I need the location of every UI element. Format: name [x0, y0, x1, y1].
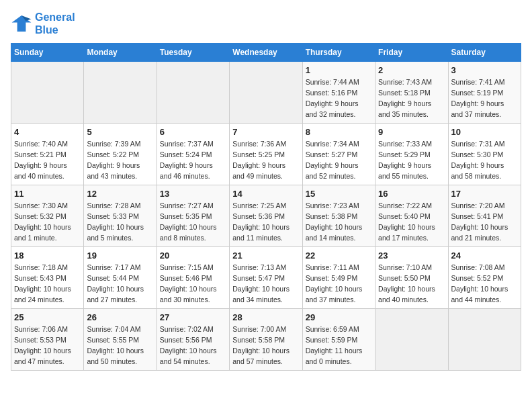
day-number: 4 [14, 127, 81, 137]
day-number: 3 [451, 65, 518, 75]
day-info: Sunrise: 7:33 AM Sunset: 5:29 PM Dayligh… [378, 139, 445, 181]
calendar-cell: 8Sunrise: 7:34 AM Sunset: 5:27 PM Daylig… [302, 124, 375, 185]
calendar-week-row: 25Sunrise: 7:06 AM Sunset: 5:53 PM Dayli… [11, 309, 521, 371]
calendar-cell [157, 62, 229, 124]
calendar-week-row: 18Sunrise: 7:18 AM Sunset: 5:43 PM Dayli… [11, 247, 521, 309]
day-number: 18 [14, 250, 81, 261]
day-number: 5 [87, 127, 153, 137]
calendar-cell [11, 62, 84, 124]
weekday-header-wednesday: Wednesday [230, 44, 302, 62]
day-number: 21 [232, 250, 299, 261]
day-number: 19 [87, 250, 153, 261]
day-number: 7 [232, 127, 299, 137]
day-number: 22 [306, 250, 372, 261]
day-number: 8 [306, 127, 372, 137]
day-info: Sunrise: 7:20 AM Sunset: 5:41 PM Dayligh… [451, 201, 518, 243]
day-info: Sunrise: 7:00 AM Sunset: 5:58 PM Dayligh… [232, 324, 299, 367]
day-number: 14 [232, 189, 299, 199]
page-header: General Blue [11, 11, 521, 36]
day-info: Sunrise: 7:36 AM Sunset: 5:25 PM Dayligh… [232, 139, 299, 181]
day-info: Sunrise: 7:43 AM Sunset: 5:18 PM Dayligh… [378, 77, 445, 120]
calendar-cell: 5Sunrise: 7:39 AM Sunset: 5:22 PM Daylig… [84, 124, 157, 185]
calendar-cell: 21Sunrise: 7:13 AM Sunset: 5:47 PM Dayli… [230, 247, 302, 309]
calendar-cell: 18Sunrise: 7:18 AM Sunset: 5:43 PM Dayli… [11, 247, 84, 309]
calendar-cell: 10Sunrise: 7:31 AM Sunset: 5:30 PM Dayli… [448, 124, 521, 185]
day-info: Sunrise: 7:28 AM Sunset: 5:33 PM Dayligh… [87, 201, 153, 243]
day-number: 1 [306, 65, 372, 75]
day-info: Sunrise: 7:30 AM Sunset: 5:32 PM Dayligh… [14, 201, 81, 243]
calendar-cell: 20Sunrise: 7:15 AM Sunset: 5:46 PM Dayli… [157, 247, 229, 309]
day-number: 29 [306, 312, 372, 322]
calendar-cell [448, 309, 521, 371]
day-info: Sunrise: 7:08 AM Sunset: 5:52 PM Dayligh… [451, 263, 518, 305]
calendar-cell: 4Sunrise: 7:40 AM Sunset: 5:21 PM Daylig… [11, 124, 84, 185]
calendar-week-row: 1Sunrise: 7:44 AM Sunset: 5:16 PM Daylig… [11, 62, 521, 124]
day-info: Sunrise: 7:39 AM Sunset: 5:22 PM Dayligh… [87, 139, 153, 181]
weekday-header-tuesday: Tuesday [157, 44, 229, 62]
calendar-cell [230, 62, 302, 124]
day-number: 12 [87, 189, 153, 199]
day-info: Sunrise: 7:22 AM Sunset: 5:40 PM Dayligh… [378, 201, 445, 243]
day-info: Sunrise: 7:06 AM Sunset: 5:53 PM Dayligh… [14, 324, 81, 367]
day-info: Sunrise: 7:27 AM Sunset: 5:35 PM Dayligh… [160, 201, 226, 243]
calendar-cell: 2Sunrise: 7:43 AM Sunset: 5:18 PM Daylig… [375, 62, 448, 124]
logo-bird-icon [11, 13, 32, 34]
calendar-cell: 22Sunrise: 7:11 AM Sunset: 5:49 PM Dayli… [302, 247, 375, 309]
day-info: Sunrise: 7:18 AM Sunset: 5:43 PM Dayligh… [14, 263, 81, 305]
day-number: 6 [160, 127, 226, 137]
day-number: 16 [378, 189, 445, 199]
calendar-cell: 24Sunrise: 7:08 AM Sunset: 5:52 PM Dayli… [448, 247, 521, 309]
day-number: 24 [451, 250, 518, 261]
day-number: 13 [160, 189, 226, 199]
svg-marker-0 [12, 15, 32, 32]
calendar-cell: 12Sunrise: 7:28 AM Sunset: 5:33 PM Dayli… [84, 185, 157, 247]
logo-text: General Blue [35, 11, 75, 36]
day-number: 20 [160, 250, 226, 261]
calendar-cell: 6Sunrise: 7:37 AM Sunset: 5:24 PM Daylig… [157, 124, 229, 185]
calendar-cell [84, 62, 157, 124]
weekday-header-friday: Friday [375, 44, 448, 62]
day-info: Sunrise: 7:17 AM Sunset: 5:44 PM Dayligh… [87, 263, 153, 305]
calendar-cell: 15Sunrise: 7:23 AM Sunset: 5:38 PM Dayli… [302, 185, 375, 247]
calendar-cell: 13Sunrise: 7:27 AM Sunset: 5:35 PM Dayli… [157, 185, 229, 247]
day-number: 23 [378, 250, 445, 261]
calendar-header-row: SundayMondayTuesdayWednesdayThursdayFrid… [11, 44, 521, 62]
day-info: Sunrise: 7:04 AM Sunset: 5:55 PM Dayligh… [87, 324, 153, 367]
day-info: Sunrise: 7:23 AM Sunset: 5:38 PM Dayligh… [306, 201, 372, 243]
calendar-cell: 14Sunrise: 7:25 AM Sunset: 5:36 PM Dayli… [230, 185, 302, 247]
calendar-cell: 9Sunrise: 7:33 AM Sunset: 5:29 PM Daylig… [375, 124, 448, 185]
calendar-cell: 7Sunrise: 7:36 AM Sunset: 5:25 PM Daylig… [230, 124, 302, 185]
day-info: Sunrise: 7:31 AM Sunset: 5:30 PM Dayligh… [451, 139, 518, 181]
weekday-header-monday: Monday [84, 44, 157, 62]
logo: General Blue [11, 11, 75, 36]
day-info: Sunrise: 7:15 AM Sunset: 5:46 PM Dayligh… [160, 263, 226, 305]
calendar-cell: 11Sunrise: 7:30 AM Sunset: 5:32 PM Dayli… [11, 185, 84, 247]
calendar-cell: 3Sunrise: 7:41 AM Sunset: 5:19 PM Daylig… [448, 62, 521, 124]
weekday-header-sunday: Sunday [11, 44, 84, 62]
calendar-cell: 19Sunrise: 7:17 AM Sunset: 5:44 PM Dayli… [84, 247, 157, 309]
day-info: Sunrise: 7:40 AM Sunset: 5:21 PM Dayligh… [14, 139, 81, 181]
day-info: Sunrise: 7:11 AM Sunset: 5:49 PM Dayligh… [306, 263, 372, 305]
calendar-cell: 28Sunrise: 7:00 AM Sunset: 5:58 PM Dayli… [230, 309, 302, 371]
calendar-cell: 25Sunrise: 7:06 AM Sunset: 5:53 PM Dayli… [11, 309, 84, 371]
day-info: Sunrise: 7:10 AM Sunset: 5:50 PM Dayligh… [378, 263, 445, 305]
day-number: 10 [451, 127, 518, 137]
day-number: 26 [87, 312, 153, 322]
calendar-table: SundayMondayTuesdayWednesdayThursdayFrid… [11, 43, 521, 371]
calendar-cell: 16Sunrise: 7:22 AM Sunset: 5:40 PM Dayli… [375, 185, 448, 247]
weekday-header-saturday: Saturday [448, 44, 521, 62]
day-number: 2 [378, 65, 445, 75]
calendar-cell [375, 309, 448, 371]
calendar-cell: 23Sunrise: 7:10 AM Sunset: 5:50 PM Dayli… [375, 247, 448, 309]
day-number: 25 [14, 312, 81, 322]
day-number: 11 [14, 189, 81, 199]
day-number: 15 [306, 189, 372, 199]
day-number: 9 [378, 127, 445, 137]
calendar-cell: 26Sunrise: 7:04 AM Sunset: 5:55 PM Dayli… [84, 309, 157, 371]
day-info: Sunrise: 7:02 AM Sunset: 5:56 PM Dayligh… [160, 324, 226, 367]
day-info: Sunrise: 7:44 AM Sunset: 5:16 PM Dayligh… [306, 77, 372, 120]
day-number: 27 [160, 312, 226, 322]
calendar-cell: 1Sunrise: 7:44 AM Sunset: 5:16 PM Daylig… [302, 62, 375, 124]
day-info: Sunrise: 7:13 AM Sunset: 5:47 PM Dayligh… [232, 263, 299, 305]
day-info: Sunrise: 7:25 AM Sunset: 5:36 PM Dayligh… [232, 201, 299, 243]
